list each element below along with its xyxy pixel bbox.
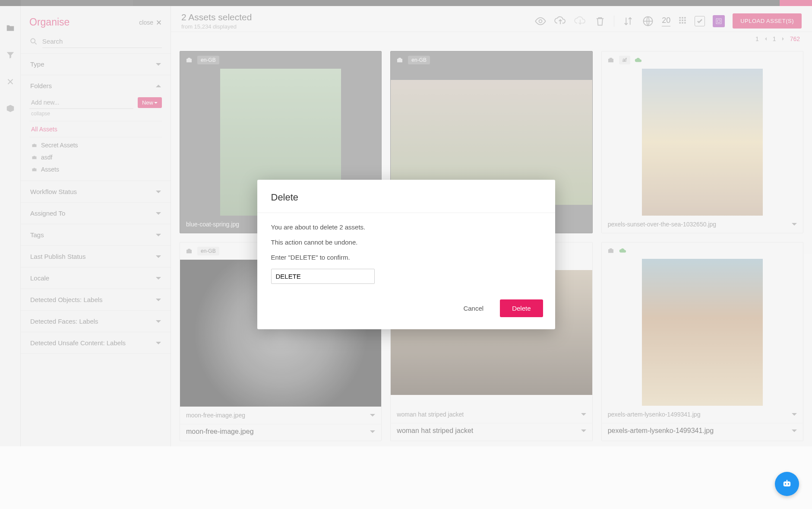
modal-message-1: You are about to delete 2 assets. [271, 223, 541, 231]
cancel-button[interactable]: Cancel [455, 299, 492, 317]
chat-bot-icon [781, 478, 793, 490]
delete-modal: Delete You are about to delete 2 assets.… [257, 180, 555, 329]
modal-title: Delete [271, 192, 541, 203]
delete-confirm-button[interactable]: Delete [500, 299, 543, 317]
svg-point-19 [785, 483, 787, 485]
svg-rect-18 [784, 481, 790, 487]
svg-point-20 [788, 483, 790, 485]
confirm-input[interactable] [271, 269, 375, 284]
modal-message-3: Enter "DELETE" to confirm. [271, 254, 541, 261]
chat-fab[interactable] [775, 472, 799, 496]
modal-message-2: This action cannot be undone. [271, 239, 541, 246]
